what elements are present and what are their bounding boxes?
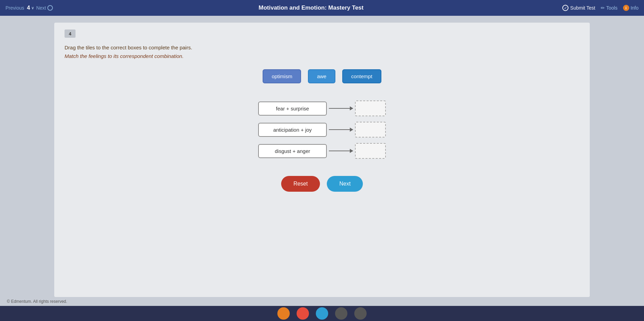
info-button[interactable]: i Info: [623, 5, 639, 11]
match-row-1: fear + surprise: [258, 100, 386, 116]
page-title: Motivation and Emotion: Mastery Test: [60, 4, 562, 11]
match-row-3: disgust + anger: [258, 143, 386, 159]
submit-test-button[interactable]: ✓ Submit Test: [562, 5, 595, 11]
match-target-3[interactable]: [355, 143, 386, 159]
match-source-1: fear + surprise: [258, 102, 327, 116]
question-number-selector[interactable]: 4 ∨: [27, 5, 34, 11]
match-source-2: anticipation + joy: [258, 123, 327, 137]
taskbar-item-2[interactable]: [297, 307, 309, 320]
bottom-buttons: Reset Next: [65, 176, 579, 192]
question-dropdown-icon: ∨: [31, 6, 34, 10]
arrow-line-3: [329, 151, 353, 151]
info-circle-icon: i: [623, 5, 629, 11]
tools-wrench-icon: ✏: [601, 5, 605, 11]
tile-awe[interactable]: awe: [308, 69, 335, 83]
top-navigation: Previous 4 ∨ Next Motivation and Emotion…: [0, 0, 644, 16]
taskbar-item-1[interactable]: [277, 307, 290, 320]
tiles-area: optimism awe contempt: [65, 69, 579, 83]
match-source-3: disgust + anger: [258, 144, 327, 158]
tools-button[interactable]: ✏ Tools: [601, 5, 618, 11]
next-circle-icon: [47, 5, 53, 11]
main-content-area: 4 Drag the tiles to the correct boxes to…: [54, 23, 590, 297]
arrow-line-2: [329, 129, 353, 130]
taskbar-item-4[interactable]: [335, 307, 347, 320]
instruction-secondary: Match the feelings to its correspondent …: [65, 53, 579, 59]
taskbar-item-3[interactable]: [316, 307, 328, 320]
next-button[interactable]: Next: [327, 176, 363, 192]
match-arrow-3: [329, 151, 353, 151]
match-target-1[interactable]: [355, 100, 386, 116]
reset-button[interactable]: Reset: [281, 176, 320, 192]
question-badge: 4: [65, 29, 76, 38]
match-arrow-1: [329, 108, 353, 109]
taskbar: [0, 306, 644, 321]
match-arrow-2: [329, 129, 353, 130]
footer: © Edmentum. All rights reserved.: [0, 297, 644, 306]
match-row-2: anticipation + joy: [258, 122, 386, 138]
nav-right-actions: ✓ Submit Test ✏ Tools i Info: [562, 5, 639, 11]
submit-check-icon: ✓: [562, 5, 568, 11]
next-nav-button[interactable]: Next: [36, 5, 53, 11]
match-target-2[interactable]: [355, 122, 386, 138]
arrow-line-1: [329, 108, 353, 109]
matching-area: fear + surprise anticipation + joy disgu…: [65, 100, 579, 159]
previous-button[interactable]: Previous: [5, 5, 24, 11]
tile-contempt[interactable]: contempt: [342, 69, 381, 83]
taskbar-item-5[interactable]: [354, 307, 367, 320]
instruction-primary: Drag the tiles to the correct boxes to c…: [65, 45, 579, 50]
copyright-text: © Edmentum. All rights reserved.: [7, 299, 67, 304]
tile-optimism[interactable]: optimism: [263, 69, 301, 83]
